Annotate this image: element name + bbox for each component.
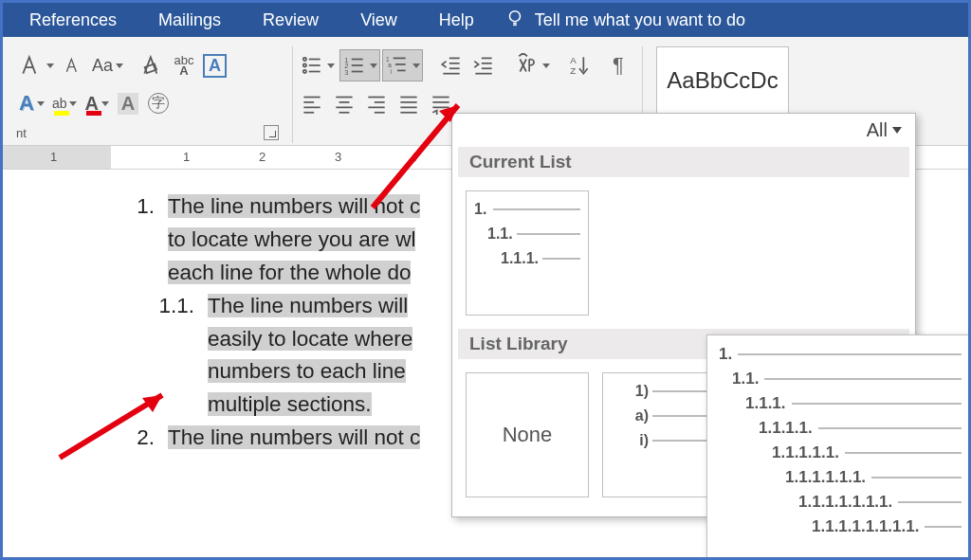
svg-line-52 (373, 105, 458, 208)
align-left-button[interactable] (297, 87, 327, 119)
list-number: 1. (117, 190, 168, 224)
ruler-num: 2 (259, 150, 266, 164)
font-dialog-launcher[interactable] (264, 125, 279, 140)
doc-text: to locate where you are wl (168, 227, 415, 251)
text-effects-button[interactable]: A (16, 87, 47, 119)
tab-view[interactable]: View (339, 3, 418, 37)
list-library-none[interactable]: None (466, 372, 589, 497)
ribbon-tabs-bar: References Mailings Review View Help Tel… (3, 3, 968, 37)
section-current-list: Current List (458, 147, 909, 177)
character-border-button[interactable]: A (200, 49, 229, 81)
svg-point-0 (509, 10, 520, 21)
ruler-num: 1 (183, 150, 190, 164)
doc-text: numbers to each line (208, 359, 406, 383)
shrink-font-button[interactable] (59, 49, 87, 81)
annotation-arrow-icon (50, 382, 183, 467)
clear-formatting-button[interactable] (137, 49, 168, 81)
font-group: Aa abcA A A ab A A 字 nt (12, 46, 293, 143)
all-lists-dropdown[interactable]: All (867, 119, 902, 141)
multilevel-list-preview: 1. 1.1. 1.1.1. 1.1.1.1. 1.1.1.1.1. 1.1.1… (706, 334, 971, 558)
doc-text: The line numbers will not c (168, 425, 420, 449)
phonetic-guide-button[interactable]: abcA (170, 49, 198, 81)
enclose-characters-button[interactable]: 字 (144, 87, 173, 119)
font-color-button[interactable]: A (82, 87, 111, 119)
svg-marker-53 (439, 105, 458, 122)
tab-references[interactable]: References (9, 3, 137, 37)
doc-text: The line numbers will (208, 294, 408, 317)
font-group-label: nt (16, 126, 27, 140)
change-case-button[interactable]: Aa (89, 49, 126, 81)
align-center-button[interactable] (329, 87, 359, 119)
list-number: 1.1. (117, 290, 208, 323)
tab-review[interactable]: Review (242, 3, 339, 37)
decrease-indent-button[interactable] (436, 49, 467, 81)
svg-text:A: A (570, 55, 577, 65)
grow-font-button[interactable] (16, 49, 57, 81)
asian-layout-button[interactable] (512, 49, 553, 81)
ruler-num: 1 (50, 150, 57, 164)
doc-text: each line for the whole do (168, 261, 411, 284)
ruler-num: 3 (335, 150, 341, 164)
tab-help[interactable]: Help (418, 3, 495, 37)
bullets-button[interactable] (297, 49, 338, 81)
numbering-button[interactable]: 123 (339, 49, 380, 81)
tell-me-search[interactable]: Tell me what you want to do (531, 3, 766, 37)
increase-indent-button[interactable] (468, 49, 499, 81)
annotation-arrow-icon (363, 94, 486, 217)
svg-point-4 (303, 58, 306, 61)
tab-mailings[interactable]: Mailings (137, 3, 242, 37)
svg-point-6 (303, 70, 306, 73)
svg-text:3: 3 (344, 68, 348, 77)
character-shading-button[interactable]: A (114, 87, 142, 119)
multilevel-list-button[interactable]: 1ai (382, 49, 423, 81)
sort-button[interactable]: AZ (564, 49, 595, 81)
style-normal[interactable]: AaBbCcDc (656, 46, 789, 115)
svg-point-5 (303, 63, 306, 66)
doc-text: multiple sections. (208, 392, 372, 416)
show-paragraph-marks-button[interactable]: ¶ (604, 49, 632, 81)
svg-line-54 (60, 395, 162, 458)
svg-text:Z: Z (570, 65, 576, 76)
highlight-color-button[interactable]: ab (49, 87, 81, 119)
doc-text: easily to locate where (208, 327, 412, 351)
lightbulb-icon (504, 8, 525, 33)
svg-text:i: i (390, 68, 391, 75)
